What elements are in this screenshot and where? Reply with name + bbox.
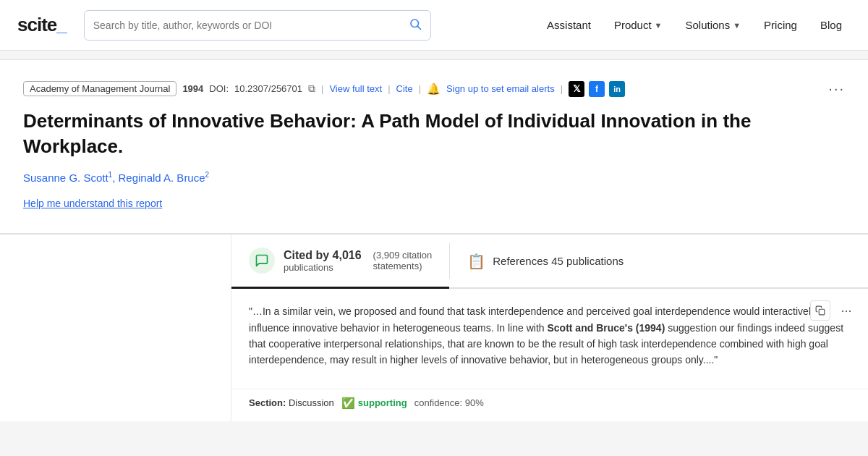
nav-item-assistant[interactable]: Assistant [538,13,600,37]
bell-icon: 🔔 [427,83,441,96]
view-full-text-link[interactable]: View full text [329,83,382,94]
author-1[interactable]: Susanne G. Scott1 [23,172,112,184]
cite-link[interactable]: Cite [396,83,413,94]
nav-item-product[interactable]: Product ▼ [605,13,671,37]
nav-item-solutions[interactable]: Solutions ▼ [677,13,750,37]
search-bar[interactable] [84,10,431,41]
search-icon [409,17,422,33]
main-nav: Assistant Product ▼ Solutions ▼ Pricing … [538,13,851,37]
help-link[interactable]: Help me understand this report [23,198,162,209]
citations-area: Cited by 4,016 publications (3,909 citat… [231,235,868,421]
copy-icon[interactable]: ⧉ [308,83,315,95]
left-sidebar [0,235,231,421]
social-icons: 𝕏 f in [569,81,625,97]
nav-item-pricing[interactable]: Pricing [755,13,806,37]
references-label: References 45 publications [493,255,624,267]
header: scite_ Assistant Product ▼ Solutions ▼ P… [0,0,868,51]
svg-line-1 [417,26,420,29]
section-row: Section: Discussion ✅ supporting confide… [231,389,868,421]
paper-card: Academy of Management Journal 1994 DOI: … [0,59,868,234]
linkedin-icon[interactable]: in [609,81,625,97]
chevron-down-icon: ▼ [733,21,741,30]
bottom-section: Cited by 4,016 publications (3,909 citat… [0,234,868,421]
logo[interactable]: scite_ [17,14,67,36]
chevron-down-icon: ▼ [655,21,663,30]
cited-by-label-group: Cited by 4,016 publications [284,249,362,273]
tab-cited-by[interactable]: Cited by 4,016 publications (3,909 citat… [231,235,449,289]
paper-doi-label: DOI: [209,83,229,94]
more-snippet-button[interactable]: ··· [836,300,856,321]
supporting-badge: ✅ supporting [341,397,407,410]
cited-by-count: Cited by 4,016 [284,249,362,262]
citation-snippet: ··· "…In a similar vein, we proposed and… [231,289,868,389]
check-circle-icon: ✅ [341,397,355,410]
email-alerts-link[interactable]: Sign up to set email alerts [446,83,555,94]
citation-statements-sub: statements) [373,261,433,271]
facebook-icon[interactable]: f [589,81,605,97]
cited-by-icon [249,248,275,274]
author-2[interactable]: Reginald A. Bruce2 [118,172,209,184]
svg-rect-2 [819,309,825,315]
tab-references[interactable]: 📋 References 45 publications [450,235,641,287]
section-label: Section: Discussion [249,397,334,408]
bold-cite: Scott and Bruce's (1994) [547,322,665,334]
copy-snippet-button[interactable] [810,300,830,321]
citations-tabs: Cited by 4,016 publications (3,909 citat… [231,235,868,289]
authors[interactable]: Susanne G. Scott1, Reginald A. Bruce2 [23,171,845,184]
references-icon: 📋 [467,253,485,270]
paper-title: Determinants of Innovative Behavior: A P… [23,109,845,159]
meta-row: Academy of Management Journal 1994 DOI: … [23,80,845,97]
citation-statements-group: (3,909 citation statements) [373,250,433,271]
cited-by-sub: publications [284,262,362,273]
search-input[interactable] [93,20,409,31]
twitter-icon[interactable]: 𝕏 [569,81,584,97]
more-options-button[interactable]: ··· [828,80,845,97]
citation-statements-label: (3,909 citation [373,250,433,261]
citation-quote-start: "…In a similar vein, we proposed and fou… [249,303,851,368]
snippet-actions: ··· [810,300,856,321]
confidence-text: confidence: 90% [414,397,484,408]
nav-item-blog[interactable]: Blog [812,13,851,37]
journal-badge: Academy of Management Journal [23,81,176,96]
paper-doi-value: 10.2307/256701 [234,83,302,94]
paper-year: 1994 [182,83,203,94]
